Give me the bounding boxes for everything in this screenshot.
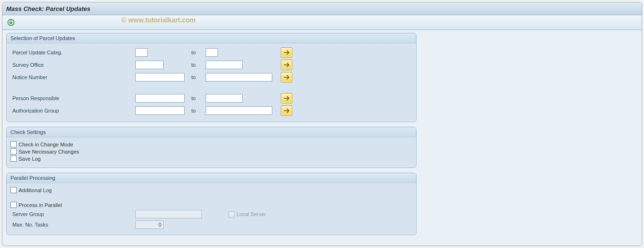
to-label: to: [189, 92, 204, 104]
row-server-group: Server Group Local Server: [10, 209, 268, 219]
parcel-update-categ-from-input[interactable]: [135, 48, 148, 57]
survey-office-from-input[interactable]: [135, 61, 164, 69]
row-survey-office: Survey Office to: [10, 59, 297, 71]
label-survey-office: Survey Office: [10, 59, 133, 71]
additional-log-label: Additional Log: [19, 187, 52, 193]
multi-select-button[interactable]: [281, 60, 292, 70]
watermark: © www.tutorialkart.com: [121, 16, 196, 24]
save-necessary-changes-label: Save Necessary Changes: [19, 149, 79, 155]
multi-select-button[interactable]: [281, 105, 292, 116]
notice-number-from-input[interactable]: [135, 73, 185, 82]
row-parcel-update-categ: Parcel Update Categ. to: [10, 46, 297, 59]
group-selection: Selection of Parcel Updates Parcel Updat…: [6, 33, 416, 122]
local-server-checkbox: [228, 211, 235, 217]
person-responsible-from-input[interactable]: [135, 94, 185, 103]
group-check-settings: Check Settings Check in Change Mode Save…: [6, 127, 416, 168]
group-check-settings-title: Check Settings: [7, 127, 416, 137]
parcel-update-categ-to-input[interactable]: [206, 48, 218, 57]
process-in-parallel-label: Process in Parallel: [19, 202, 62, 208]
content: Selection of Parcel Updates Parcel Updat…: [2, 30, 642, 243]
survey-office-to-input[interactable]: [206, 61, 243, 69]
save-log-checkbox[interactable]: [10, 155, 17, 162]
row-authorization-group: Authorization Group to: [10, 104, 297, 117]
notice-number-to-input[interactable]: [206, 73, 272, 82]
label-authorization-group: Authorization Group: [10, 104, 133, 117]
titlebar: Mass Check: Parcel Updates: [2, 2, 642, 15]
process-in-parallel-checkbox[interactable]: [10, 202, 17, 208]
label-notice-number: Notice Number: [10, 71, 133, 83]
save-log-label: Save Log: [19, 156, 40, 162]
multi-select-button[interactable]: [281, 47, 292, 58]
group-parallel-processing-title: Parallel Processing: [7, 173, 416, 183]
person-responsible-to-input[interactable]: [206, 94, 243, 103]
label-server-group: Server Group: [10, 209, 133, 219]
window: Mass Check: Parcel Updates © www.tutoria…: [2, 2, 642, 246]
save-necessary-changes-checkbox[interactable]: [10, 148, 17, 155]
to-label: to: [189, 104, 204, 117]
row-max-no-tasks: Max. No. Tasks: [10, 219, 268, 230]
label-max-no-tasks: Max. No. Tasks: [10, 219, 133, 230]
check-in-change-mode-checkbox[interactable]: [10, 141, 17, 147]
group-parallel-processing: Parallel Processing Additional Log Proce…: [6, 173, 416, 235]
page-title: Mass Check: Parcel Updates: [6, 5, 90, 12]
max-no-tasks-input: [135, 220, 164, 229]
execute-icon[interactable]: [7, 19, 15, 26]
authorization-group-to-input[interactable]: [206, 106, 272, 115]
multi-select-button[interactable]: [281, 93, 292, 103]
toolbar: © www.tutorialkart.com: [2, 15, 642, 30]
additional-log-checkbox[interactable]: [10, 187, 17, 193]
multi-select-button[interactable]: [281, 72, 292, 83]
group-selection-title: Selection of Parcel Updates: [7, 33, 416, 43]
row-person-responsible: Person Responsible to: [10, 92, 297, 104]
label-parcel-update-categ: Parcel Update Categ.: [10, 46, 133, 59]
to-label: to: [189, 59, 204, 71]
check-in-change-mode-label: Check in Change Mode: [19, 142, 73, 147]
to-label: to: [189, 71, 204, 83]
to-label: to: [189, 46, 204, 59]
local-server-label: Local Server: [237, 211, 266, 217]
authorization-group-from-input[interactable]: [135, 106, 185, 115]
row-notice-number: Notice Number to: [10, 71, 297, 83]
label-person-responsible: Person Responsible: [10, 92, 133, 104]
server-group-input: [135, 210, 202, 218]
